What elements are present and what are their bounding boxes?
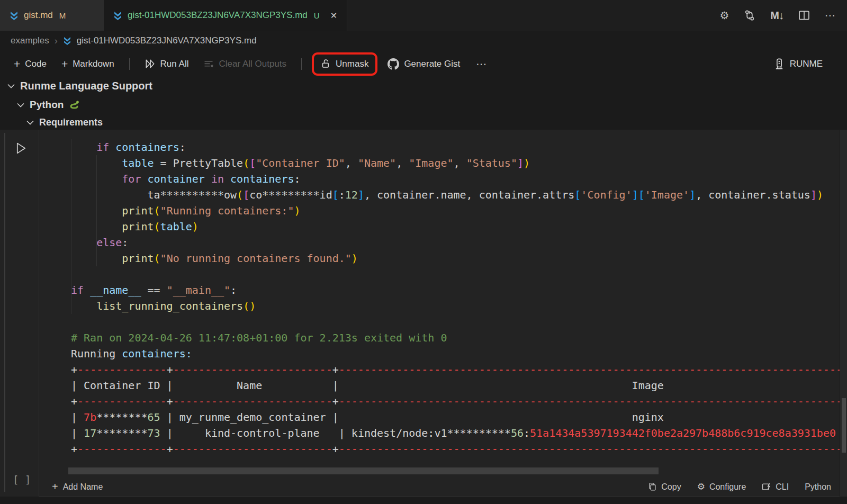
code-line: ta**********ow([co*********id[:12], cont… <box>71 187 840 203</box>
code-line: list_running_containers() <box>71 298 840 314</box>
close-tab-icon[interactable]: ✕ <box>330 11 337 21</box>
notebook-outline: Runme Language Support Python Requiremen… <box>0 77 847 130</box>
language-picker[interactable]: Python <box>805 482 831 492</box>
code-line: +--------------+------------------------… <box>71 441 840 457</box>
cell-brackets-indicator: [ ] <box>13 474 31 485</box>
add-name-button[interactable]: + Add Name <box>52 481 103 493</box>
copy-label: Copy <box>661 482 681 492</box>
breadcrumb: examples › gist-01HWD053BZ23JN6VA7X3NGP3… <box>0 31 847 51</box>
unmask-button[interactable]: Unmask <box>316 56 374 72</box>
editor-actions: ⚙ M↓ ⋯ <box>719 0 847 31</box>
code-line: +--------------+------------------------… <box>71 362 840 377</box>
tab-gist-generated-md[interactable]: gist-01HWD053BZ23JN6VA7X3NGP3YS.md U ✕ <box>104 0 347 31</box>
language-label: Python <box>805 482 831 492</box>
gear-icon: ⚙ <box>697 481 705 492</box>
breadcrumb-file[interactable]: gist-01HWD053BZ23JN6VA7X3NGP3YS.md <box>77 35 257 46</box>
heading-requirements[interactable]: Requirements <box>26 117 103 128</box>
code-line <box>71 266 840 282</box>
settings-gear-icon[interactable]: ⚙ <box>719 9 729 22</box>
vertical-scrollbar-track[interactable] <box>840 130 847 497</box>
add-code-button[interactable]: + Code <box>8 56 52 72</box>
run-all-label: Run All <box>160 59 189 69</box>
generate-gist-label: Generate Gist <box>404 59 460 69</box>
copy-icon <box>648 482 657 491</box>
cli-icon <box>762 482 771 491</box>
configure-label: Configure <box>709 482 746 492</box>
breadcrumb-folder[interactable]: examples <box>11 35 49 46</box>
chevron-down-icon[interactable] <box>7 84 15 88</box>
cell-status-actions: Copy ⚙ Configure CLI Python <box>648 481 831 492</box>
runme-label: RUNME <box>790 59 823 69</box>
cell-editor-container: if containers: table = PrettyTable(["Con… <box>39 130 840 497</box>
untracked-badge: U <box>314 11 320 20</box>
notebook-toolbar: + Code + Markdown Run All Clear All Outp… <box>0 51 847 77</box>
run-all-icon <box>145 58 156 69</box>
toolbar-more-icon[interactable]: ⋯ <box>470 58 494 70</box>
breadcrumb-separator: › <box>55 35 58 47</box>
code-line: +--------------+------------------------… <box>71 393 840 409</box>
tab-label: gist-01HWD053BZ23JN6VA7X3NGP3YS.md <box>128 10 308 21</box>
code-editor[interactable]: if containers: table = PrettyTable(["Con… <box>39 139 840 457</box>
modified-badge: M <box>59 11 66 20</box>
code-line: table = PrettyTable(["Container ID", "Na… <box>71 155 840 171</box>
tab-gist-md[interactable]: gist.md M <box>0 0 104 31</box>
vscode-window: gist.md M gist-01HWD053BZ23JN6VA7X3NGP3Y… <box>0 0 847 504</box>
runme-file-icon <box>113 11 122 20</box>
horizontal-scrollbar[interactable] <box>68 467 659 474</box>
code-line: # Ran on 2024-04-26 11:47:08+01:00 for 2… <box>71 330 840 346</box>
heading-runme-language-support[interactable]: Runme Language Support <box>7 80 152 92</box>
vertical-scrollbar-thumb[interactable] <box>842 398 846 453</box>
open-changes-icon[interactable] <box>744 10 755 21</box>
runme-logo-icon <box>774 58 785 70</box>
clear-all-outputs-label: Clear All Outputs <box>219 59 286 69</box>
unlock-icon <box>321 59 331 69</box>
add-code-label: Code <box>25 59 47 69</box>
configure-button[interactable]: ⚙ Configure <box>697 481 746 492</box>
code-line: print(table) <box>71 219 840 235</box>
code-line: Running containers: <box>71 346 840 362</box>
copy-button[interactable]: Copy <box>648 482 681 492</box>
heading-label: Runme Language Support <box>20 80 152 92</box>
add-markdown-label: Markdown <box>73 59 114 69</box>
chevron-down-icon[interactable] <box>26 120 34 125</box>
notebook-cell: if containers: table = PrettyTable(["Con… <box>0 130 847 497</box>
code-line: print("Running containers:") <box>71 203 840 219</box>
editor-tab-bar: gist.md M gist-01HWD053BZ23JN6VA7X3NGP3Y… <box>0 0 847 31</box>
chevron-down-icon[interactable] <box>17 103 24 107</box>
plus-icon: + <box>52 481 58 493</box>
runme-button[interactable]: RUNME <box>774 58 823 70</box>
run-cell-button[interactable] <box>15 141 28 155</box>
add-name-label: Add Name <box>63 482 103 492</box>
code-line: | 7b********65 | my_runme_demo_container… <box>71 409 840 425</box>
heading-python[interactable]: Python <box>17 99 79 111</box>
cell-status-bar: + Add Name Copy ⚙ Configure <box>39 477 840 497</box>
runme-file-icon <box>10 11 19 20</box>
tab-label: gist.md <box>24 10 53 21</box>
add-markdown-button[interactable]: + Markdown <box>56 56 120 72</box>
more-actions-icon[interactable]: ⋯ <box>825 9 835 22</box>
markdown-preview-icon[interactable]: M↓ <box>770 10 783 22</box>
plus-icon: + <box>61 58 68 69</box>
generate-gist-button[interactable]: Generate Gist <box>382 56 465 73</box>
code-line: if containers: <box>71 139 840 155</box>
toolbar-separator <box>301 58 302 70</box>
split-editor-icon[interactable] <box>798 10 810 21</box>
cli-button[interactable]: CLI <box>762 482 789 492</box>
unmask-label: Unmask <box>336 59 368 69</box>
code-line <box>71 314 840 330</box>
github-icon <box>388 58 399 70</box>
plus-icon: + <box>14 58 20 69</box>
heading-label: Python <box>30 99 64 111</box>
heading-label: Requirements <box>39 117 103 128</box>
toolbar-separator <box>129 58 130 70</box>
clear-outputs-icon <box>203 59 214 69</box>
snake-emoji-icon <box>69 101 79 109</box>
cli-label: CLI <box>776 482 789 492</box>
code-line: else: <box>71 235 840 250</box>
run-all-button[interactable]: Run All <box>139 56 194 72</box>
clear-all-outputs-button[interactable]: Clear All Outputs <box>198 56 292 72</box>
code-line: if __name__ == "__main__": <box>71 282 840 298</box>
code-line: print("No running containers found.") <box>71 250 840 266</box>
runme-file-icon <box>63 37 71 45</box>
cell-focus-indicator <box>4 133 5 492</box>
